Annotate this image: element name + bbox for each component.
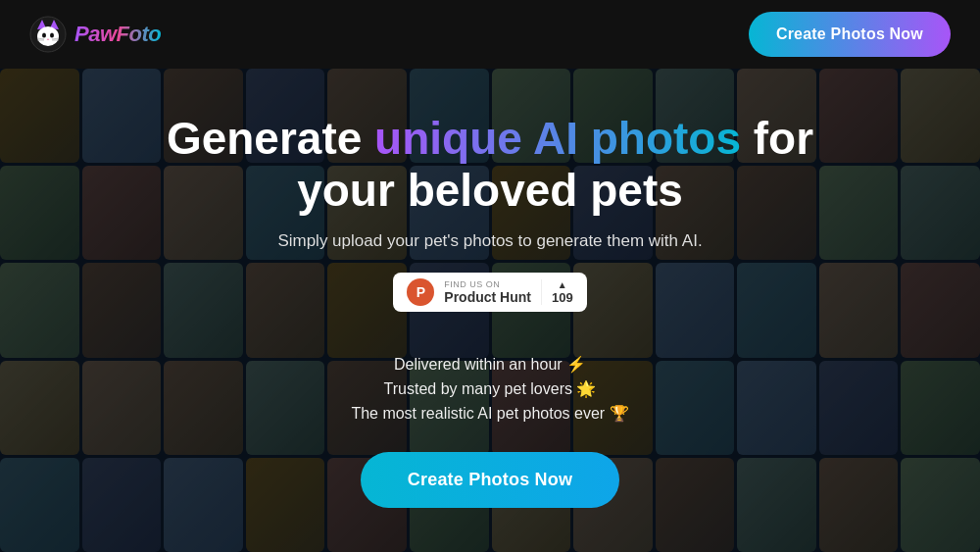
logo-icon: [29, 16, 67, 53]
navbar: PawFoto Create Photos Now: [0, 0, 980, 69]
product-hunt-text: FIND US ON Product Hunt: [444, 279, 531, 305]
hero-content: Generate unique AI photos for your belov…: [137, 113, 843, 509]
upvote-arrow-icon: ▲: [558, 279, 567, 290]
vote-count: 109: [552, 290, 573, 305]
logo-text: PawFoto: [74, 22, 161, 47]
svg-point-4: [42, 33, 46, 38]
product-hunt-name: Product Hunt: [444, 289, 531, 305]
hero-cta-button[interactable]: Create Photos Now: [361, 452, 619, 508]
feature-item-2: Trusted by many pet lovers 🌟: [157, 379, 823, 398]
nav-cta-button[interactable]: Create Photos Now: [749, 12, 951, 57]
feature-item-1: Delivered within an hour ⚡: [157, 355, 823, 374]
product-hunt-find-label: FIND US ON: [444, 279, 500, 289]
logo: PawFoto: [29, 16, 161, 53]
features-list: Delivered within an hour ⚡ Trusted by ma…: [157, 355, 823, 423]
product-hunt-votes: ▲ 109: [541, 279, 573, 305]
hero-title: Generate unique AI photos for your belov…: [157, 113, 823, 217]
product-hunt-badge[interactable]: P FIND US ON Product Hunt ▲ 109: [393, 273, 586, 312]
feature-item-3: The most realistic AI pet photos ever 🏆: [157, 404, 823, 423]
hero-section: Generate unique AI photos for your belov…: [0, 69, 980, 552]
svg-point-3: [37, 26, 59, 46]
hero-title-part1: Generate: [167, 113, 374, 164]
hero-title-highlight: unique AI photos: [374, 113, 741, 164]
product-hunt-logo: P: [407, 278, 434, 306]
svg-point-5: [50, 33, 54, 38]
hero-subtitle: Simply upload your pet's photos to gener…: [157, 231, 823, 251]
